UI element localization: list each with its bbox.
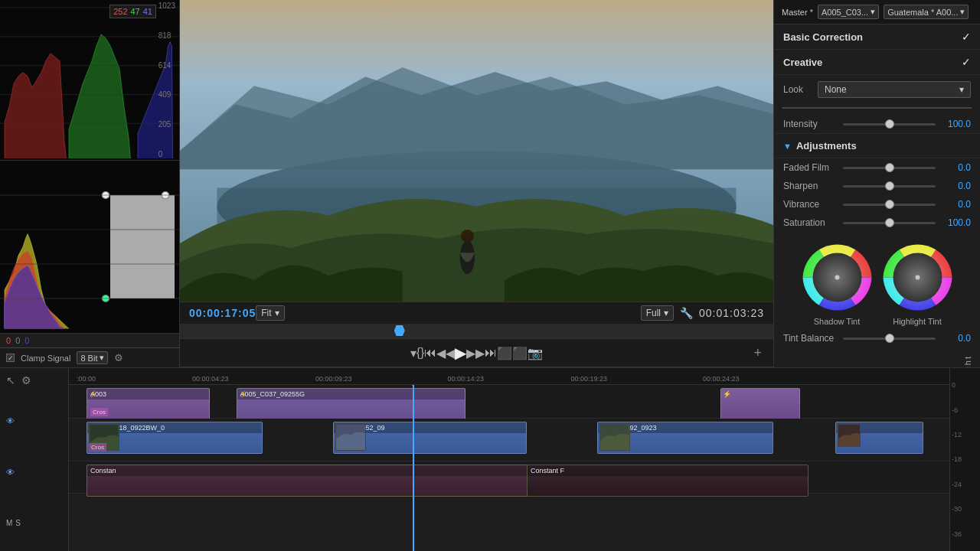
basic-correction-header[interactable]: Basic Correction ✓ (774, 24, 980, 50)
basic-correction-title: Basic Correction (783, 31, 863, 43)
bit-selector[interactable]: 8 Bit ▾ (77, 351, 108, 364)
tint-balance-value: 0.0 (942, 333, 971, 344)
playhead-marker[interactable] (394, 325, 405, 336)
ruler-label-3: 00:00:14:23 (448, 375, 485, 383)
clip-a002[interactable]: ⚡ A002_C018_0922BW_0 Cros (87, 422, 263, 454)
camera-button[interactable]: 📷 (528, 346, 543, 360)
highlight-tint-wheel[interactable]: Highlight Tint (881, 241, 954, 326)
clip-a005c052[interactable]: ⚡ A005_C052_09 (333, 422, 527, 454)
faded-film-value: 0.0 (942, 162, 971, 173)
db-label-12: -12 (952, 431, 978, 439)
select-tool-icon[interactable]: ↖ (6, 374, 15, 386)
timeline-tools: ↖ ⚙ (0, 368, 68, 393)
timeline-main: :00:00 00:00:04:23 00:00:09:23 00:00:14:… (69, 368, 949, 551)
timecode-bar: 00:00:17:05 Fit ▾ Full ▾ 🔧 00:01:03:23 (180, 302, 773, 324)
clip-a003c092[interactable]: ⚡ A003_C092_0923 (597, 422, 773, 454)
dropdown-arrow2-icon: ▾ (960, 7, 965, 17)
shadow-tint-label: Shadow Tint (814, 317, 861, 326)
razor-tool-icon[interactable]: ⚙ (21, 374, 31, 386)
track-a1-name: M (6, 519, 12, 527)
look-next-arrow[interactable]: › (952, 107, 969, 109)
track-a1-label: M S (6, 519, 62, 527)
look-dropdown[interactable]: None ▾ (818, 81, 971, 98)
timeline-left-panel: ↖ ⚙ 👁 👁 M S (0, 368, 69, 551)
intensity-slider[interactable] (843, 123, 936, 126)
look-prev-arrow[interactable]: ‹ (786, 107, 802, 109)
go-to-in-button[interactable]: ⏮ (424, 346, 436, 360)
track-v1-eye-icon[interactable]: 👁 (6, 416, 15, 425)
settings-wrench-icon[interactable]: 🔧 (674, 307, 699, 319)
clip-a002-cros-label: Cros (89, 443, 106, 452)
transport-add-button[interactable]: + (753, 345, 762, 361)
mark-in-button[interactable]: ▾ (410, 346, 416, 360)
master-clip1-label: A005_C03... (822, 8, 868, 17)
track-v2-eye-icon[interactable]: 👁 (6, 468, 15, 477)
timeline-track-2: ⚡ A002_C018_0922BW_0 Cros ⚡ A005_C052_09 (69, 419, 949, 461)
scope-scale-labels: 1023 818 614 409 205 0 (158, 0, 175, 160)
faded-film-thumb[interactable] (885, 163, 894, 172)
shadow-tint-wheel[interactable]: Shadow Tint (801, 241, 874, 326)
cross-label: Cros (90, 408, 108, 416)
scope-settings-icon[interactable]: ⚙ (114, 352, 123, 364)
vibrance-slider[interactable] (843, 204, 936, 206)
fit-arrow-icon: ▾ (275, 308, 279, 318)
sharpen-slider[interactable] (843, 185, 936, 187)
saturation-slider[interactable] (843, 222, 936, 224)
dropdown-arrow-icon: ▾ (871, 7, 875, 17)
svg-point-32 (915, 276, 920, 280)
forward-step-button[interactable]: ▶▶ (466, 346, 485, 360)
clip-a005-main[interactable]: ⚡ A005_C037_09255G (237, 388, 466, 420)
faded-film-slider[interactable] (843, 167, 936, 169)
master-bar: Master * A005_C03... ▾ Guatemala * A00..… (774, 0, 980, 24)
scope-b-value: 41 (143, 7, 152, 16)
timeline-ruler: :00:00 00:00:04:23 00:00:09:23 00:00:14:… (69, 368, 949, 385)
intensity-value: 100.0 (942, 119, 971, 129)
bit-label: 8 Bit (80, 354, 97, 363)
play-button[interactable]: ▶ (455, 344, 466, 362)
clip-a005c052-thumb (335, 424, 366, 451)
sharpen-slider-row: Sharpen 0.0 (774, 177, 980, 195)
track-v1-label: 👁 (6, 416, 62, 425)
sharpen-label: Sharpen (783, 181, 837, 191)
scope-label-614: 614 (158, 61, 175, 70)
saturation-thumb[interactable] (885, 218, 894, 227)
fit-selector[interactable]: Fit ▾ (256, 305, 284, 321)
clip-a003[interactable]: ⚡ A003 Cros (87, 388, 210, 420)
timecode-end: 00:01:03:23 (699, 307, 764, 319)
creative-header[interactable]: Creative ✓ (774, 50, 980, 75)
playhead-track[interactable] (180, 324, 773, 338)
clamp-checkbox[interactable]: ✓ (6, 354, 15, 362)
timeline-playhead[interactable] (413, 385, 414, 551)
highlight-text: Highlight (963, 355, 972, 367)
sharpen-thumb[interactable] (885, 181, 894, 191)
master-clip2-dropdown[interactable]: Guatemala * A00... ▾ (884, 5, 969, 19)
playhead-bar[interactable] (180, 324, 773, 339)
ruler-label-5: 00:00:24:23 (703, 375, 740, 383)
db-label-18: -18 (952, 455, 978, 463)
clip-short-right[interactable]: ⚡ (720, 388, 800, 420)
intensity-thumb[interactable] (885, 119, 894, 129)
insert-button[interactable]: ⬛ (497, 346, 512, 360)
full-arrow-icon: ▾ (664, 308, 668, 318)
faded-film-label: Faded Film (783, 162, 837, 173)
clamp-bar: ✓ Clamp Signal 8 Bit ▾ ⚙ (0, 347, 179, 367)
full-selector[interactable]: Full ▾ (641, 305, 674, 321)
tint-balance-thumb[interactable] (885, 334, 894, 343)
go-to-out-button[interactable]: ⏭ (485, 346, 497, 360)
overwrite-button[interactable]: ⬛ (512, 346, 528, 360)
full-label: Full (646, 308, 661, 318)
timeline-track-1: ⚡ A003 Cros ⚡ A005_C037_09255G ⚡ (69, 385, 949, 419)
clip-a0-short[interactable]: ⚡ A0 (835, 422, 923, 454)
master-clip1-dropdown[interactable]: A005_C03... ▾ (818, 5, 879, 19)
adjustments-header[interactable]: ▼ Adjustments (774, 133, 980, 158)
scope-b-display: 0 (24, 336, 29, 345)
db-label-30: -30 (952, 505, 978, 513)
clip-a0-thumb (838, 424, 861, 447)
svg-point-19 (461, 230, 474, 243)
vibrance-thumb[interactable] (885, 200, 894, 209)
tint-balance-slider[interactable] (843, 337, 936, 340)
reverse-play-button[interactable]: ◀◀ (436, 346, 455, 360)
bit-dropdown-arrow: ▾ (100, 353, 104, 363)
clip-constant-f[interactable]: Constant F (527, 465, 808, 497)
db-label-24: -24 (952, 481, 978, 488)
